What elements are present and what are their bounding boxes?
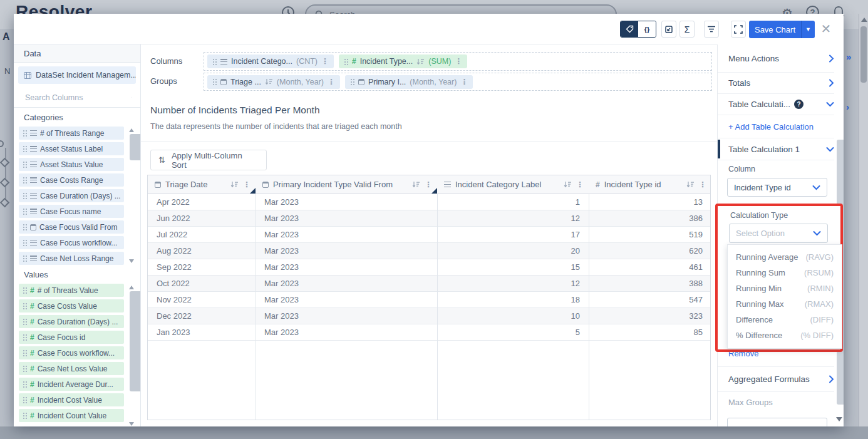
- max-groups-select[interactable]: [727, 418, 827, 426]
- table-header-primary-incident-type[interactable]: Primary Incident Type Valid From ⋮: [256, 175, 437, 194]
- number-field-icon: #: [30, 302, 34, 311]
- column-pill[interactable]: Incident Catego... (CNT) ⋮: [207, 54, 334, 68]
- menu-actions-row[interactable]: Menu Actions: [718, 44, 834, 73]
- category-item[interactable]: Case Duration (Days) ...: [19, 189, 124, 202]
- sort-icon: [416, 58, 425, 65]
- scroll-down-arrow[interactable]: [129, 259, 134, 263]
- option-running-average[interactable]: Running Average(RAVG): [728, 249, 842, 265]
- scrollbar-thumb[interactable]: [130, 291, 141, 391]
- collapse-panel-icon[interactable]: »: [846, 51, 851, 62]
- add-table-calculation-link[interactable]: + Add Table Calculation: [728, 122, 814, 132]
- close-icon[interactable]: ✕: [819, 22, 833, 36]
- calculation-type-select[interactable]: Select Option: [729, 224, 828, 243]
- group-pill[interactable]: Triage ... (Month, Year) ⋮: [207, 75, 340, 89]
- scroll-down-arrow[interactable]: [129, 422, 134, 426]
- value-item[interactable]: #Incident Cost Value: [19, 393, 124, 406]
- option-percent-difference[interactable]: % Difference(% DIFF): [728, 328, 842, 343]
- save-chart-dropdown[interactable]: ▼: [801, 21, 815, 38]
- category-item[interactable]: Asset Status Value: [19, 158, 124, 171]
- apply-multi-column-sort-button[interactable]: ⇅ Apply Multi-Column Sort: [150, 150, 267, 170]
- columns-dropzone[interactable]: Incident Catego... (CNT) ⋮ # Incident Ty…: [204, 52, 712, 71]
- value-item[interactable]: ## of Threats Value: [19, 284, 124, 297]
- scrollbar-thumb[interactable]: [130, 134, 141, 160]
- option-difference[interactable]: Difference(DIFF): [728, 312, 842, 328]
- save-chart-button[interactable]: Save Chart: [749, 25, 801, 34]
- value-item[interactable]: #Case Duration (Days) ...: [19, 315, 124, 328]
- table-header-incident-type-id[interactable]: # Incident Type id ⋮: [589, 175, 711, 194]
- value-item[interactable]: #Case Focus id: [19, 331, 124, 344]
- group-pill[interactable]: Primary I... (Month, Year) ⋮: [345, 75, 473, 89]
- table-header-incident-category-label[interactable]: Incident Category Label ⋮: [437, 175, 589, 194]
- chevron-right-icon[interactable]: ›: [846, 101, 849, 112]
- background-bottom-edge: [0, 426, 868, 439]
- option-running-sum[interactable]: Running Sum(RSUM): [728, 265, 842, 281]
- kebab-menu-icon[interactable]: ⋮: [328, 78, 335, 86]
- aggregated-formulas-row[interactable]: Aggregated Formulas: [718, 367, 834, 392]
- sort-icon[interactable]: [686, 181, 695, 188]
- table-calculation-1-row[interactable]: Table Calculation 1: [718, 138, 834, 160]
- filter-lines-icon: [707, 26, 716, 33]
- sigma-button[interactable]: Σ: [679, 21, 695, 38]
- values-scrollbar[interactable]: [129, 284, 135, 426]
- category-item[interactable]: Case Focus name: [19, 205, 124, 218]
- totals-row[interactable]: Totals: [718, 73, 834, 94]
- save-chart-split-button: Save Chart ▼: [749, 21, 815, 38]
- pivot-button[interactable]: [661, 21, 676, 38]
- screen: Resolver Search ... ⚙ ? A N » ›: [0, 0, 868, 439]
- table-calculations-row[interactable]: Table Calculati... ?: [718, 94, 834, 115]
- dataset-item[interactable]: DataSet Incident Managem...: [18, 66, 136, 84]
- value-item[interactable]: #Case Costs Value: [19, 299, 124, 312]
- header-label: Incident Type id: [604, 180, 661, 189]
- kebab-menu-icon[interactable]: ⋮: [460, 78, 468, 86]
- scroll-up-arrow[interactable]: [129, 286, 134, 289]
- table-row[interactable]: Jan 2023Mar 2023585: [148, 324, 710, 341]
- category-item[interactable]: Case Costs Range: [19, 173, 124, 187]
- clipped-label: N: [4, 66, 10, 76]
- category-item[interactable]: Case Focus workflow...: [19, 236, 124, 249]
- table-row[interactable]: Jun 2022Mar 202312386: [148, 210, 710, 227]
- category-item[interactable]: Case Net Loss Range: [19, 252, 124, 265]
- tag-view-button[interactable]: [621, 21, 638, 37]
- kebab-menu-icon[interactable]: ⋮: [321, 57, 329, 66]
- table-row[interactable]: Sep 2022Mar 202315461: [148, 259, 710, 276]
- value-item[interactable]: #Incident Count Value: [19, 409, 124, 422]
- sort-icon[interactable]: [412, 181, 420, 188]
- column-pill[interactable]: # Incident Type... (SUM) ⋮: [339, 54, 467, 68]
- option-running-max[interactable]: Running Max(RMAX): [728, 296, 842, 312]
- category-item[interactable]: Asset Status Label: [19, 142, 124, 155]
- table-row[interactable]: Jul 2022Mar 202317519: [148, 227, 710, 243]
- search-columns-input[interactable]: [24, 93, 127, 103]
- calendar-icon: [262, 182, 269, 188]
- table-header-triage-date[interactable]: Triage Date ⋮: [148, 175, 256, 194]
- table-row[interactable]: Nov 2022Mar 202318547: [148, 292, 710, 308]
- column-select[interactable]: Incident Type id: [727, 178, 827, 197]
- scrollbar-thumb[interactable]: [860, 26, 867, 83]
- scroll-up-arrow[interactable]: [861, 18, 867, 22]
- categories-scrollbar[interactable]: [129, 127, 135, 265]
- groups-dropzone[interactable]: Triage ... (Month, Year) ⋮ Primary I... …: [204, 73, 712, 91]
- value-item[interactable]: #Case Focus workflow...: [19, 346, 124, 359]
- table-row[interactable]: Aug 2022Mar 202320620: [148, 243, 710, 259]
- fullscreen-button[interactable]: [731, 21, 746, 38]
- kebab-menu-icon[interactable]: ⋮: [699, 180, 706, 189]
- category-item[interactable]: Case Focus Valid From: [19, 220, 124, 234]
- json-view-button[interactable]: {}: [638, 21, 656, 37]
- kebab-menu-icon[interactable]: ⋮: [455, 57, 462, 66]
- category-item[interactable]: # of Threats Range: [19, 127, 124, 140]
- chevron-down-icon: [812, 185, 820, 190]
- table-row[interactable]: Dec 2022Mar 202310323: [148, 308, 710, 324]
- scroll-down-arrow[interactable]: [836, 417, 842, 421]
- table-row[interactable]: Apr 2022Mar 2023113: [148, 194, 710, 210]
- scroll-up-arrow[interactable]: [129, 128, 134, 132]
- page-scrollbar[interactable]: [859, 14, 868, 439]
- help-badge-icon[interactable]: ?: [794, 100, 803, 109]
- sort-icon[interactable]: [564, 181, 572, 188]
- sort-icon[interactable]: [230, 181, 239, 188]
- option-running-min[interactable]: Running Min(RMIN): [728, 281, 842, 296]
- drag-handle-icon: [350, 78, 354, 85]
- kebab-menu-icon[interactable]: ⋮: [576, 180, 584, 189]
- table-row[interactable]: Oct 2022Mar 202312388: [148, 276, 710, 292]
- filter-button[interactable]: [704, 21, 719, 38]
- value-item[interactable]: #Incident Average Dur...: [19, 378, 124, 391]
- value-item[interactable]: #Case Net Loss Value: [19, 362, 124, 375]
